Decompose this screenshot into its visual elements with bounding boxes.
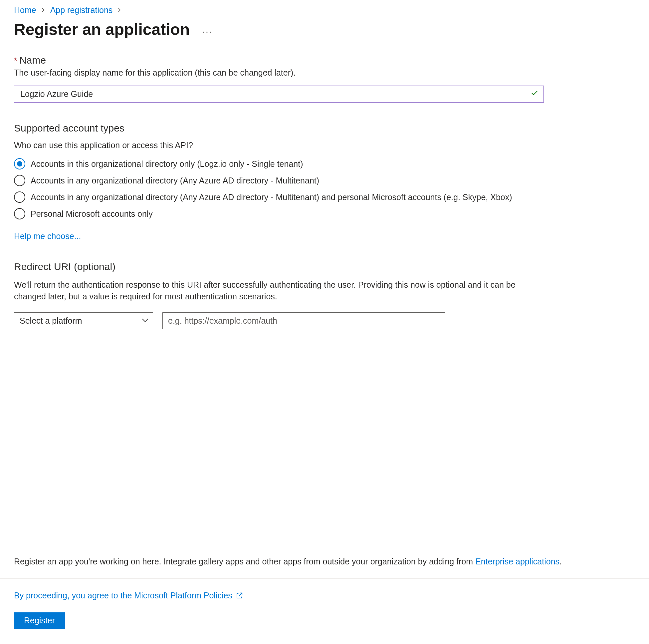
more-actions-button[interactable]: ··· [202,22,212,37]
account-types-question: Who can use this application or access t… [14,140,635,150]
breadcrumb-link-home[interactable]: Home [14,5,36,15]
radio-icon [14,192,25,203]
chevron-right-icon [115,6,124,14]
redirect-uri-description: We'll return the authentication response… [14,279,543,303]
integrate-text-before: Register an app you're working on here. … [14,557,475,566]
integrate-text: Register an app you're working on here. … [0,557,649,578]
name-field-section: * Name The user-facing display name for … [14,54,635,103]
checkmark-icon [530,89,538,99]
name-input[interactable] [14,86,544,103]
radio-label: Accounts in any organizational directory… [31,193,512,202]
redirect-uri-section: Redirect URI (optional) We'll return the… [14,261,635,329]
breadcrumb: Home App registrations [0,0,649,18]
radio-multitenant[interactable]: Accounts in any organizational directory… [14,175,635,186]
name-field-label: * Name [14,54,635,66]
radio-icon [14,175,25,186]
radio-personal-only[interactable]: Personal Microsoft accounts only [14,208,635,219]
footer: By proceeding, you agree to the Microsof… [0,579,649,644]
account-types-section: Supported account types Who can use this… [14,123,635,241]
page-title: Register an application [14,20,190,39]
name-field-description: The user-facing display name for this ap… [14,68,635,78]
name-label-text: Name [19,54,46,66]
radio-label: Accounts in this organizational director… [31,159,303,169]
required-indicator: * [14,55,17,66]
page-title-row: Register an application ··· [0,18,649,54]
radio-label: Accounts in any organizational directory… [31,176,319,186]
redirect-uri-input[interactable] [162,312,445,329]
radio-label: Personal Microsoft accounts only [31,209,153,219]
integrate-text-after: . [559,557,562,566]
help-me-choose-link[interactable]: Help me choose... [14,232,81,241]
chevron-right-icon [39,6,48,14]
account-types-heading: Supported account types [14,123,635,134]
account-types-radio-group: Accounts in this organizational director… [14,158,635,219]
radio-icon [14,158,25,169]
platform-policies-link[interactable]: By proceeding, you agree to the Microsof… [14,591,243,600]
radio-multitenant-personal[interactable]: Accounts in any organizational directory… [14,192,635,203]
radio-icon [14,208,25,219]
external-link-icon [235,592,243,599]
platform-select[interactable]: Select a platform [14,312,153,329]
policies-link-text: By proceeding, you agree to the Microsof… [14,591,232,600]
register-button[interactable]: Register [14,612,65,629]
redirect-uri-heading: Redirect URI (optional) [14,261,635,272]
radio-single-tenant[interactable]: Accounts in this organizational director… [14,158,635,169]
enterprise-applications-link[interactable]: Enterprise applications [475,557,559,566]
platform-select-value: Select a platform [14,312,153,329]
breadcrumb-link-app-registrations[interactable]: App registrations [50,5,113,15]
